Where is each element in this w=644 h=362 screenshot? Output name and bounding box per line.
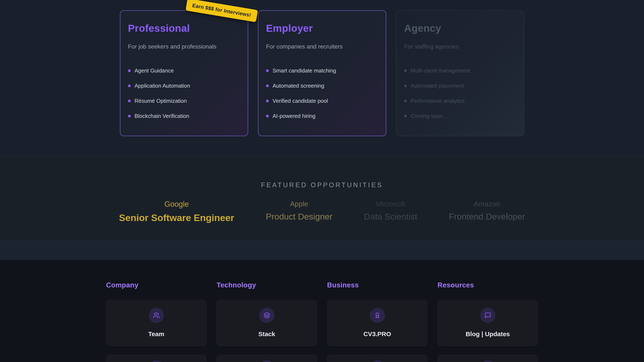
bullet-dot-icon [266, 69, 269, 72]
footer-heading: Business [327, 281, 428, 289]
plan-title: Professional [128, 22, 240, 34]
plan-feature: Verified candidate pool [266, 93, 378, 108]
plan-feature-list: Smart candidate matching Automated scree… [266, 63, 378, 124]
bullet-dot-icon [128, 115, 131, 117]
site-footer: Company Team Technology Stack [0, 260, 644, 362]
footer-card-label: Blog | Updates [466, 331, 510, 338]
landing-page: Earn $$$ for Interviews! Professional Fo… [0, 0, 644, 362]
job-company: Amazon [449, 200, 525, 208]
plan-feature-label: Multi-client management [410, 67, 470, 74]
icon-circle [259, 360, 274, 362]
icon-circle [480, 360, 496, 362]
job-company: Google [119, 200, 234, 209]
footer-card-stack[interactable]: Stack [216, 300, 317, 346]
award-icon [370, 308, 385, 323]
plan-feature: Performance analytics [404, 93, 516, 108]
plan-title: Employer [266, 22, 378, 34]
plans-section: Earn $$$ for Interviews! Professional Fo… [0, 0, 644, 157]
footer-column-company: Company Team [106, 281, 206, 362]
plan-feature-label: Application Automation [134, 83, 190, 89]
icon-circle [370, 360, 385, 362]
footer-heading: Technology [216, 281, 317, 289]
featured-section: FEATURED OPPORTUNITIES Google Senior Sof… [0, 157, 644, 240]
featured-heading: FEATURED OPPORTUNITIES [0, 157, 644, 189]
plan-subtitle: For companies and recruiters [266, 43, 378, 50]
job-role: Senior Software Engineer [119, 212, 234, 223]
plan-feature: Smart candidate matching [266, 63, 378, 78]
footer-card-partial[interactable] [438, 355, 538, 362]
footer-card-partial[interactable] [106, 355, 206, 362]
job-role: Product Designer [266, 212, 332, 222]
bullet-dot-icon [404, 84, 407, 87]
footer-card-blog[interactable]: Blog | Updates [438, 300, 538, 346]
footer-heading: Resources [438, 281, 538, 289]
plan-feature: Automated screening [266, 78, 378, 93]
plan-feature-label: Résumé Optimization [134, 98, 187, 104]
bullet-dot-icon [404, 115, 407, 117]
footer-card-partial[interactable] [216, 355, 317, 362]
users-icon [149, 308, 164, 323]
featured-jobs-row: Google Senior Software Engineer Apple Pr… [0, 200, 644, 223]
plan-feature-list: Multi-client management Automated placem… [404, 63, 516, 124]
footer-column-resources: Resources Blog | Updates [438, 281, 538, 362]
job-item-apple[interactable]: Apple Product Designer [266, 200, 332, 222]
plan-feature-label: AI-powered hiring [272, 113, 316, 119]
plan-card-agency: Agency For staffing agencies Multi-clien… [396, 10, 524, 136]
footer-card-cv3pro[interactable]: CV3.PRO [327, 300, 428, 346]
bullet-dot-icon [404, 69, 407, 72]
plan-feature-label: Performance analytics [410, 98, 465, 104]
plan-feature: Coming soon... [404, 108, 516, 124]
job-item-microsoft[interactable]: Microsoft Data Scientist [364, 200, 417, 222]
plan-feature: Résumé Optimization [128, 93, 240, 108]
footer-card-label: CV3.PRO [364, 331, 391, 338]
plans-row: Professional For job seekers and profess… [120, 10, 524, 136]
bullet-dot-icon [266, 100, 269, 102]
footer-card-team[interactable]: Team [106, 300, 206, 346]
plan-feature: Multi-client management [404, 63, 516, 78]
plan-title: Agency [404, 22, 516, 34]
job-item-amazon[interactable]: Amazon Frontend Developer [449, 200, 525, 222]
plan-subtitle: For staffing agencies [404, 43, 516, 50]
job-company: Microsoft [364, 200, 417, 208]
plan-feature-label: Blockchain Verification [134, 113, 189, 119]
footer-card-label: Stack [258, 331, 275, 338]
plan-feature-label: Smart candidate matching [272, 67, 336, 74]
plan-feature-label: Agent Guidance [134, 67, 174, 74]
icon-circle [149, 360, 164, 362]
plan-card-professional[interactable]: Professional For job seekers and profess… [120, 10, 248, 136]
plan-feature: AI-powered hiring [266, 108, 378, 124]
footer-card-label: Team [148, 331, 164, 338]
plan-feature: Application Automation [128, 78, 240, 93]
spacer-band [0, 240, 644, 260]
bullet-dot-icon [128, 100, 131, 102]
bullet-dot-icon [266, 84, 269, 87]
plan-feature-label: Verified candidate pool [272, 98, 328, 104]
job-item-google[interactable]: Google Senior Software Engineer [119, 200, 234, 223]
footer-card-partial[interactable] [327, 355, 428, 362]
job-company: Apple [266, 200, 332, 208]
footer-heading: Company [106, 281, 206, 289]
message-square-icon [480, 308, 496, 323]
job-role: Data Scientist [364, 212, 417, 222]
plan-feature-label: Automated placement [410, 83, 464, 89]
plan-subtitle: For job seekers and professionals [128, 43, 240, 50]
plan-feature-label: Automated screening [272, 83, 324, 89]
plan-feature-label: Coming soon... [410, 113, 448, 119]
footer-column-business: Business CV3.PRO [327, 281, 428, 362]
footer-column-technology: Technology Stack [216, 281, 317, 362]
layers-icon [259, 308, 274, 323]
plan-feature-list: Agent Guidance Application Automation Ré… [128, 63, 240, 124]
plan-feature: Automated placement [404, 78, 516, 93]
footer-grid: Company Team Technology Stack [106, 260, 538, 362]
plan-feature: Blockchain Verification [128, 108, 240, 124]
bullet-dot-icon [128, 84, 131, 87]
plan-card-employer[interactable]: Employer For companies and recruiters Sm… [258, 10, 386, 136]
bullet-dot-icon [266, 115, 269, 117]
bullet-dot-icon [128, 69, 131, 72]
job-role: Frontend Developer [449, 212, 525, 222]
bullet-dot-icon [404, 100, 407, 102]
plan-feature: Agent Guidance [128, 63, 240, 78]
